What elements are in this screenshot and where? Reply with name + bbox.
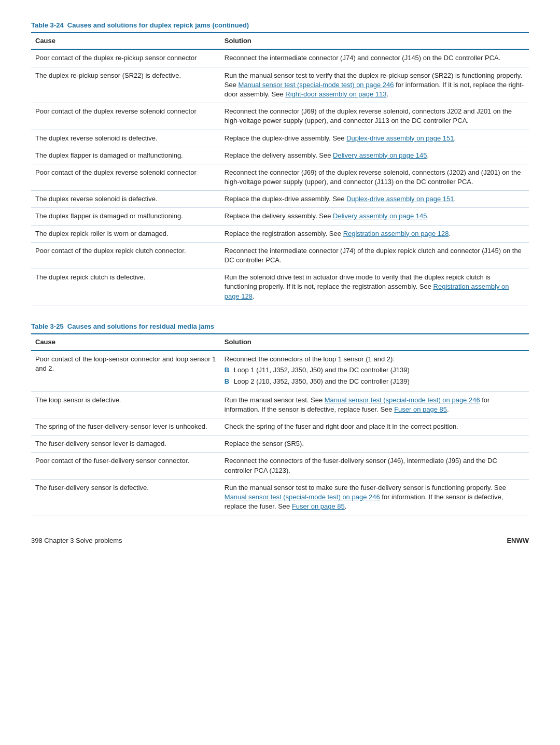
bullet-icon: B xyxy=(225,377,231,386)
cause-cell: The duplex repick clutch is defective. xyxy=(31,269,220,305)
solution-cell: Reconnect the connector (J69) of the dup… xyxy=(220,164,529,190)
table2-solution-header: Solution xyxy=(220,334,529,350)
footer-right: ENWW xyxy=(507,536,529,545)
solution-link[interactable]: Delivery assembly on page 145 xyxy=(333,151,427,159)
solution-cell: Replace the duplex-drive assembly. See D… xyxy=(220,191,529,208)
table1-title-prefix: Table 3-24 xyxy=(31,21,64,29)
table2: Cause Solution Poor contact of the loop-… xyxy=(31,334,529,515)
table-row: The duplex flapper is damaged or malfunc… xyxy=(31,147,529,164)
cause-cell: Poor contact of the duplex reverse solen… xyxy=(31,164,220,190)
solution-cell: Check the spring of the fuser and right … xyxy=(220,418,529,435)
cause-cell: The spring of the fuser-delivery-sensor … xyxy=(31,418,220,435)
solution-link[interactable]: Right-door assembly on page 113 xyxy=(285,90,386,98)
solution-cell: Run the manual sensor test. See Manual s… xyxy=(220,391,529,418)
solution-cell: Run the manual sensor test to verify tha… xyxy=(220,67,529,103)
solution-cell: Reconnect the connectors of the fuser-de… xyxy=(220,453,529,479)
solution-link[interactable]: Duplex-drive assembly on page 151 xyxy=(346,195,454,203)
solution-link[interactable]: Manual sensor test (special-mode test) o… xyxy=(239,81,394,89)
table1: Cause Solution Poor contact of the duple… xyxy=(31,33,529,305)
cause-cell: Poor contact of the duplex repick clutch… xyxy=(31,242,220,269)
cause-cell: The duplex flapper is damaged or malfunc… xyxy=(31,147,220,164)
solution-link[interactable]: Manual sensor test (special-mode test) o… xyxy=(325,396,480,404)
solution-cell: Reconnect the intermediate connector (J7… xyxy=(220,242,529,269)
cause-cell: The duplex flapper is damaged or malfunc… xyxy=(31,208,220,225)
table2-cause-header: Cause xyxy=(31,334,220,350)
bullet-row: BLoop 1 (J11, J352, J350, J50) and the D… xyxy=(225,366,525,375)
table-row: The duplex reverse solenoid is defective… xyxy=(31,191,529,208)
table-row: The spring of the fuser-delivery-sensor … xyxy=(31,418,529,435)
footer-left: 398 Chapter 3 Solve problems xyxy=(31,536,122,545)
solution-cell: Replace the registration assembly. See R… xyxy=(220,225,529,242)
cause-cell: The fuser-delivery sensor is defective. xyxy=(31,479,220,515)
table-row: The fuser-delivery sensor is defective.R… xyxy=(31,479,529,515)
table-row: The duplex repick clutch is defective.Ru… xyxy=(31,269,529,305)
cause-cell: The duplex re-pickup sensor (SR22) is de… xyxy=(31,67,220,103)
solution-cell: Replace the delivery assembly. See Deliv… xyxy=(220,147,529,164)
solution-link[interactable]: Registration assembly on page 128 xyxy=(225,283,509,300)
table-row: Poor contact of the fuser-delivery senso… xyxy=(31,453,529,479)
cause-cell: The fuser-delivery sensor lever is damag… xyxy=(31,435,220,453)
table2-title-text: Causes and solutions for residual media … xyxy=(67,322,214,330)
bullet-row: BLoop 2 (J10, J352, J350, J50) and the D… xyxy=(225,377,525,386)
table-row: The duplex re-pickup sensor (SR22) is de… xyxy=(31,67,529,103)
solution-cell: Run the manual sensor test to make sure … xyxy=(220,479,529,515)
table-row: The fuser-delivery sensor lever is damag… xyxy=(31,435,529,453)
cause-cell: The duplex repick roller is worn or dama… xyxy=(31,225,220,242)
table-row: Poor contact of the duplex re-pickup sen… xyxy=(31,49,529,67)
cause-cell: Poor contact of the duplex re-pickup sen… xyxy=(31,49,220,67)
table1-title: Table 3-24 Causes and solutions for dupl… xyxy=(31,21,529,30)
solution-cell: Reconnect the connector (J69) of the dup… xyxy=(220,103,529,130)
solution-link[interactable]: Fuser on page 85 xyxy=(292,502,345,510)
cause-cell: The loop sensor is defective. xyxy=(31,391,220,418)
solution-link[interactable]: Fuser on page 85 xyxy=(394,405,447,413)
cause-cell: Poor contact of the loop-sensor connecto… xyxy=(31,350,220,391)
table1-title-text: Causes and solutions for duplex repick j… xyxy=(67,21,249,29)
solution-link[interactable]: Delivery assembly on page 145 xyxy=(333,212,427,220)
table-row: The loop sensor is defective.Run the man… xyxy=(31,391,529,418)
solution-link[interactable]: Duplex-drive assembly on page 151 xyxy=(346,134,454,142)
solution-cell: Replace the delivery assembly. See Deliv… xyxy=(220,208,529,225)
solution-link[interactable]: Manual sensor test (special-mode test) o… xyxy=(225,493,380,501)
table1-cause-header: Cause xyxy=(31,33,220,49)
cause-cell: Poor contact of the duplex reverse solen… xyxy=(31,103,220,130)
table-row: Poor contact of the duplex repick clutch… xyxy=(31,242,529,269)
table1-solution-header: Solution xyxy=(220,33,529,49)
table-row: Poor contact of the duplex reverse solen… xyxy=(31,103,529,130)
solution-cell: Replace the sensor (SR5). xyxy=(220,435,529,453)
bullet-icon: B xyxy=(225,366,231,375)
solution-cell: Replace the duplex-drive assembly. See D… xyxy=(220,130,529,147)
table2-title: Table 3-25 Causes and solutions for resi… xyxy=(31,322,529,331)
solution-cell: Run the solenoid drive test in actuator … xyxy=(220,269,529,305)
table-row: The duplex flapper is damaged or malfunc… xyxy=(31,208,529,225)
cause-cell: The duplex reverse solenoid is defective… xyxy=(31,191,220,208)
solution-cell: Reconnect the intermediate connector (J7… xyxy=(220,49,529,67)
solution-link[interactable]: Registration assembly on page 128 xyxy=(343,230,449,237)
cause-cell: Poor contact of the fuser-delivery senso… xyxy=(31,453,220,479)
table-row: Poor contact of the loop-sensor connecto… xyxy=(31,350,529,391)
table-row: The duplex repick roller is worn or dama… xyxy=(31,225,529,242)
cause-cell: The duplex reverse solenoid is defective… xyxy=(31,130,220,147)
table-row: Poor contact of the duplex reverse solen… xyxy=(31,164,529,190)
page-footer: 398 Chapter 3 Solve problems ENWW xyxy=(31,536,529,545)
table-row: The duplex reverse solenoid is defective… xyxy=(31,130,529,147)
solution-cell: Reconnect the connectors of the loop 1 s… xyxy=(220,350,529,391)
table2-title-prefix: Table 3-25 xyxy=(31,322,64,330)
